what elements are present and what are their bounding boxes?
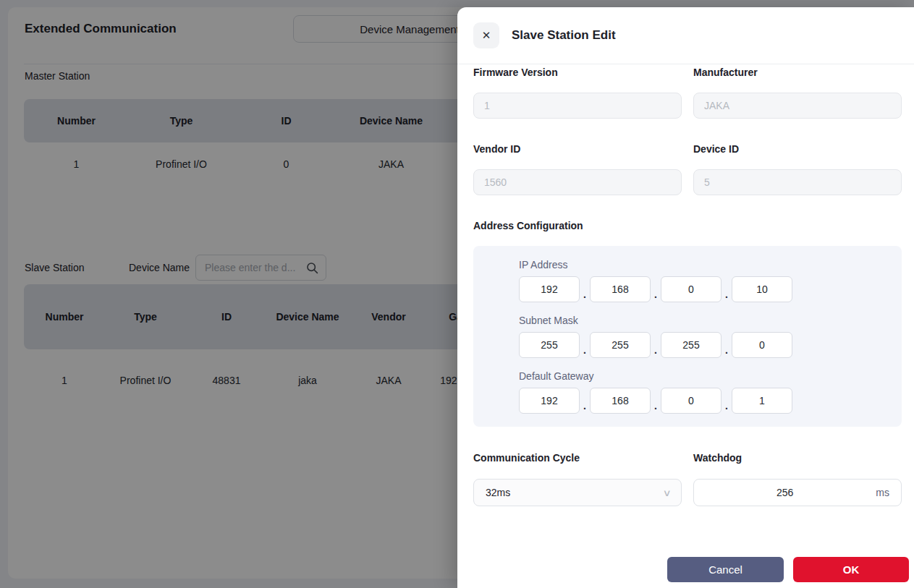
manufacturer-label: Manufacturer [693, 67, 902, 78]
vendor-id-field: Vendor ID [473, 143, 682, 195]
subnet-octet-2[interactable] [590, 332, 651, 358]
watchdog-input[interactable] [694, 487, 876, 498]
slave-station-edit-drawer: ✕ Slave Station Edit Firmware Version Ma… [457, 7, 914, 588]
cancel-button[interactable]: Cancel [667, 557, 784, 582]
address-configuration-panel: IP Address . . . Subnet Mask . . . Defau… [473, 246, 902, 427]
octet-separator: . [722, 344, 732, 358]
manufacturer-field: Manufacturer [693, 67, 902, 119]
octet-separator: . [651, 400, 661, 414]
watchdog-field: ms [693, 479, 902, 506]
ok-button[interactable]: OK [793, 557, 909, 582]
watchdog-label: Watchdog [693, 452, 742, 464]
watchdog-unit: ms [876, 487, 901, 498]
octet-separator: . [722, 400, 732, 414]
firmware-version-label: Firmware Version [473, 67, 682, 78]
octet-separator: . [651, 344, 661, 358]
octet-separator: . [580, 344, 590, 358]
gateway-octet-4[interactable] [732, 388, 792, 414]
address-configuration-label: Address Configuration [473, 220, 583, 231]
subnet-octet-4[interactable] [732, 332, 792, 358]
default-gateway-label: Default Gateway [519, 370, 594, 382]
device-id-input [693, 169, 902, 195]
vendor-id-input [473, 169, 682, 195]
firmware-version-input [473, 93, 682, 119]
manufacturer-input [693, 93, 902, 119]
ip-octet-2[interactable] [590, 276, 651, 302]
subnet-mask-inputs: . . . [519, 332, 792, 358]
communication-cycle-label: Communication Cycle [473, 452, 580, 464]
subnet-octet-3[interactable] [661, 332, 722, 358]
octet-separator: . [722, 289, 732, 302]
drawer-header-divider [457, 64, 914, 64]
default-gateway-inputs: . . . [519, 388, 792, 414]
subnet-mask-label: Subnet Mask [519, 315, 578, 326]
octet-separator: . [651, 289, 661, 302]
gateway-octet-2[interactable] [590, 388, 651, 414]
device-id-field: Device ID [693, 143, 902, 195]
vendor-id-label: Vendor ID [473, 143, 682, 155]
close-button[interactable]: ✕ [473, 22, 499, 48]
ip-address-label: IP Address [519, 259, 567, 270]
ip-octet-3[interactable] [661, 276, 722, 302]
communication-cycle-value: 32ms [486, 487, 510, 498]
close-icon: ✕ [482, 29, 491, 42]
communication-cycle-select[interactable]: 32ms ∨ [473, 479, 682, 506]
drawer-title: Slave Station Edit [512, 28, 616, 43]
gateway-octet-1[interactable] [519, 388, 580, 414]
ip-address-inputs: . . . [519, 276, 792, 302]
ip-octet-1[interactable] [519, 276, 580, 302]
gateway-octet-3[interactable] [661, 388, 722, 414]
octet-separator: . [580, 289, 590, 302]
ip-octet-4[interactable] [732, 276, 792, 302]
firmware-version-field: Firmware Version [473, 67, 682, 119]
subnet-octet-1[interactable] [519, 332, 580, 358]
device-id-label: Device ID [693, 143, 902, 155]
octet-separator: . [580, 400, 590, 414]
chevron-down-icon: ∨ [663, 487, 672, 498]
